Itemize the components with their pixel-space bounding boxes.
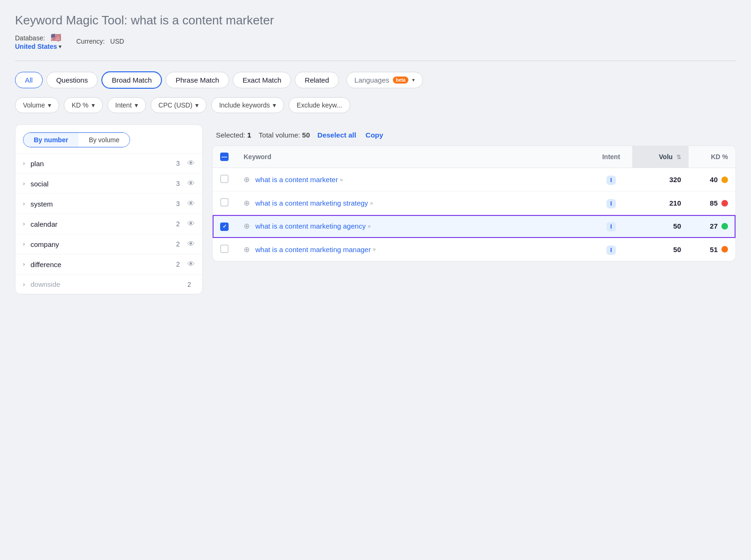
kd-indicator [721,176,728,183]
intent-filter-label: Intent [115,101,132,109]
add-keyword-icon[interactable]: ⊕ [244,175,250,184]
sidebar-count: 2 [176,240,180,248]
sidebar-label: difference [31,261,172,268]
keyword-arrows-icon: » [368,223,371,230]
row-checkbox[interactable] [220,198,229,207]
kd-cell: 27 [689,215,736,238]
add-keyword-icon[interactable]: ⊕ [244,245,250,254]
expand-icon: › [23,261,25,268]
volume-header-label: Volu [659,153,673,161]
keyword-link[interactable]: what is a content marketer » [255,176,343,184]
sidebar-item[interactable]: › company 2 👁 [15,234,202,254]
title-subtitle: what is a content marketer [131,13,274,27]
sidebar-item[interactable]: › calendar 2 👁 [15,214,202,234]
deselect-all-checkbox[interactable]: — [220,153,229,161]
sidebar-item[interactable]: › downside 2 [15,274,202,294]
tab-all[interactable]: All [15,72,43,88]
intent-badge: I [606,245,616,255]
exclude-keywords-filter[interactable]: Exclude keyw... [289,97,350,113]
database-country-link[interactable]: United States ▾ [15,43,63,50]
volume-cell: 50 [632,238,689,261]
total-vol-value: 50 [302,131,310,139]
currency-label: Currency: [77,38,105,45]
kd-cell: 51 [689,238,736,261]
sidebar-label: system [31,200,172,208]
kd-value: 40 [710,176,718,184]
eye-icon[interactable]: 👁 [187,240,195,248]
volume-filter[interactable]: Volume ▾ [15,97,59,113]
intent-cell: I [590,238,632,261]
kd-filter[interactable]: KD % ▾ [64,97,103,113]
sidebar-count: 3 [176,180,180,187]
th-keyword: Keyword [236,146,590,168]
currency-info: Currency: USD [77,38,124,45]
by-number-button[interactable]: By number [23,133,78,147]
sidebar-label: downside [31,280,184,288]
eye-icon[interactable]: 👁 [187,159,195,168]
sidebar-item[interactable]: › social 3 👁 [15,173,202,193]
eye-icon[interactable]: 👁 [187,179,195,188]
row-checkbox-cell[interactable] [213,238,236,261]
copy-button[interactable]: Copy [366,131,383,139]
table-toolbar: Selected: 1 Total volume: 50 Deselect al… [212,124,736,146]
kd-indicator [721,246,728,253]
tab-broad-match[interactable]: Broad Match [101,71,162,89]
keyword-arrows-icon: » [373,246,376,253]
keyword-link[interactable]: what is a content marketing strategy » [255,199,373,207]
th-kd: KD % [689,146,736,168]
intent-badge: I [606,222,616,231]
tab-exact-match[interactable]: Exact Match [233,72,291,88]
include-keywords-filter[interactable]: Include keywords ▾ [211,97,284,113]
keyword-cell: ⊕ what is a content marketer » [236,168,590,192]
table-row-selected: ✓ ⊕ what is a content marketing agency » [213,215,736,238]
volume-cell: 210 [632,192,689,215]
tab-questions[interactable]: Questions [46,72,98,88]
cpc-filter[interactable]: CPC (USD) ▾ [151,97,207,113]
row-checkbox[interactable] [220,245,229,253]
kd-value: 27 [710,222,718,230]
keyword-cell: ⊕ what is a content marketing manager » [236,238,590,261]
add-keyword-icon[interactable]: ⊕ [244,199,250,207]
view-toggle: By number By volume [23,132,130,147]
row-checkbox-cell[interactable]: ✓ [213,215,236,238]
sidebar-count: 2 [176,261,180,268]
kd-chevron-icon: ▾ [92,101,95,109]
intent-badge: I [606,199,616,208]
keyword-link[interactable]: what is a content marketing agency » [255,222,371,230]
main-content: By number By volume › plan 3 👁 › social … [15,124,736,294]
expand-icon: › [23,160,25,167]
row-checkbox-cell[interactable] [213,192,236,215]
sort-icon[interactable]: ⇅ [676,154,681,161]
sidebar-item[interactable]: › plan 3 👁 [15,153,202,173]
expand-icon: › [23,281,25,288]
sidebar-item[interactable]: › difference 2 👁 [15,254,202,274]
eye-icon[interactable]: 👁 [187,199,195,208]
row-checkbox[interactable] [220,175,229,183]
tab-phrase-match[interactable]: Phrase Match [166,72,229,88]
tab-related[interactable]: Related [295,72,339,88]
include-chevron-icon: ▾ [273,101,276,109]
keyword-cell: ⊕ what is a content marketing strategy » [236,192,590,215]
row-checkbox-cell[interactable] [213,168,236,192]
keyword-text: what is a content marketing agency [255,222,366,230]
add-keyword-icon[interactable]: ⊕ [244,222,250,230]
divider [15,61,736,61]
by-volume-button[interactable]: By volume [78,133,130,147]
kd-cell: 85 [689,192,736,215]
keyword-cell: ⊕ what is a content marketing agency » [236,215,590,238]
table-row: ⊕ what is a content marketing manager » … [213,238,736,261]
sidebar-item[interactable]: › system 3 👁 [15,193,202,214]
page-container: Keyword Magic Tool: what is a content ma… [0,0,751,560]
languages-button[interactable]: Languages beta ▾ [346,72,423,88]
currency-value: USD [110,38,124,45]
volume-filter-label: Volume [23,101,45,109]
table-row: ⊕ what is a content marketing strategy »… [213,192,736,215]
deselect-all-button[interactable]: Deselect all [317,131,356,139]
row-checkbox[interactable]: ✓ [220,222,229,231]
expand-icon: › [23,200,25,207]
keyword-link[interactable]: what is a content marketing manager » [255,245,376,253]
eye-icon[interactable]: 👁 [187,260,195,268]
sidebar-count: 2 [176,220,180,228]
intent-filter[interactable]: Intent ▾ [107,97,146,113]
eye-icon[interactable]: 👁 [187,220,195,228]
